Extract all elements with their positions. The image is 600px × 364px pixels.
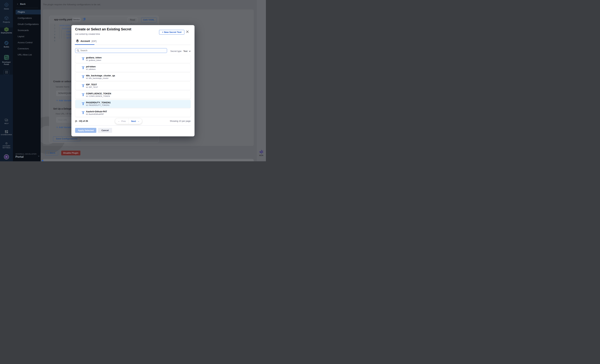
next-page-button[interactable]: Next →: [129, 120, 142, 122]
secret-row[interactable]: T IDP_TEST Id: IDP_TEST: [75, 82, 191, 90]
sidebar-item-layout[interactable]: Layout: [13, 34, 41, 39]
edit-yaml-button[interactable]: Edit YAML: [141, 17, 157, 23]
subnav-item-label: Plugins: [18, 11, 25, 13]
secret-name: Aashrit-Github-PAT: [86, 110, 107, 113]
sidebar-item-help[interactable]: ? HELP: [0, 119, 13, 124]
intro-text: The plugin requires the following config…: [43, 3, 101, 6]
prev-label: Prev: [121, 120, 126, 122]
aida-label: AIDA: [256, 154, 266, 156]
secret-type-value: Text: [183, 50, 188, 52]
pagination-range: (1 - 10) of 25: [75, 120, 88, 122]
aida-rail: AIDA: [256, 0, 266, 161]
sidebar-item-label: ACCOUNT: [0, 145, 13, 147]
sidebar-item-builds[interactable]: Builds: [0, 41, 13, 48]
chevron-down-icon: [189, 49, 191, 52]
sidebar-item-account-settings[interactable]: ⚙ ACCOUNT SETTINGS: [0, 142, 13, 149]
indent-guide: [61, 30, 62, 38]
text-secret-icon: T: [82, 65, 85, 70]
back-button-label: Back: [50, 152, 55, 154]
back-button[interactable]: ‹Back: [45, 151, 58, 155]
sidebar-item-oauth-configurations[interactable]: OAuth Configurations: [13, 22, 41, 27]
add-variable-link[interactable]: +Add Variable: [56, 99, 72, 102]
svg-text:?: ?: [6, 119, 6, 121]
chevron-left-icon: ‹: [17, 2, 18, 5]
modal-title: Create or Select an Existing Secret: [75, 27, 131, 31]
pagination-pill: ← Prev Next →: [115, 118, 142, 124]
search-input[interactable]: [80, 48, 165, 52]
module-switcher-button[interactable]: [0, 70, 13, 75]
back-nav-button[interactable]: ‹ Back: [17, 2, 26, 6]
collapse-sidebar-icon[interactable]: ◀: [38, 155, 39, 157]
code-line: - name:: [64, 30, 72, 33]
subnav-item-label: Configurations: [18, 17, 32, 19]
yaml-filename: app-config.yaml: [54, 18, 72, 21]
cancel-button[interactable]: Cancel: [98, 128, 112, 133]
cube-icon: [4, 16, 9, 21]
search-icon: [77, 49, 79, 53]
add-variable-link[interactable]: +Add Variable: [56, 126, 72, 129]
apply-selected-button[interactable]: Apply Selected: [75, 128, 96, 133]
arrow-right-icon: →: [137, 120, 139, 122]
secret-row[interactable]: T CONFLUENCE_TOKEN Id: CONFLUENCE_TOKEN: [75, 91, 191, 99]
sidebar-item-home[interactable]: Home: [0, 2, 13, 10]
clipped-blue-element: [42, 160, 43, 161]
sidebar-item-label: Builds: [0, 46, 13, 48]
disable-plugin-button[interactable]: Disable Plugin: [61, 151, 80, 155]
read-only-toggle[interactable]: Read Only: [128, 18, 137, 22]
line-number-current: 5: [50, 37, 55, 39]
secret-row[interactable]: T grafana_token Id: grafana_token: [75, 55, 191, 63]
subnav-item-label: Access Control: [18, 41, 32, 44]
close-icon[interactable]: [186, 30, 189, 34]
sidebar-item-configurations[interactable]: Configurations: [13, 16, 41, 20]
avatar-initials: IA: [6, 156, 7, 158]
sidebar-item-deployments[interactable]: ∞ Deployments: [0, 27, 13, 34]
secret-row[interactable]: T pd-token Id: pdtoken: [75, 64, 191, 72]
sidebar-item-label: HELP: [0, 123, 13, 124]
secret-id: Id: k8s_backstage_cluster: [86, 77, 109, 79]
variable-name-label: Variable Name: [56, 86, 70, 88]
secret-id: Id: PAGERDUTY_TOKEN1: [86, 104, 110, 106]
help-chat-icon: ?: [5, 119, 8, 123]
sidebar-item-plugins[interactable]: Plugins: [16, 10, 41, 14]
dashboards-icon: [5, 130, 8, 134]
subnav-item-label: OAuth Configurations: [18, 23, 39, 25]
tab-account-idp[interactable]: Account [IDP]: [76, 39, 96, 43]
left-nav-rail: Home Projects ∞ Deployments: [0, 0, 13, 161]
copy-icon[interactable]: [83, 18, 86, 21]
avatar[interactable]: IA: [4, 154, 9, 159]
sidebar-item-developer-portal[interactable]: Developer Portal: [0, 55, 13, 65]
aida-icon[interactable]: [259, 149, 264, 155]
sidebar-item-connectors[interactable]: Connectors: [13, 46, 41, 51]
back-nav-label: Back: [20, 3, 25, 5]
sidebar-item-label: Deployments: [0, 32, 13, 34]
secret-select-modal: Create or Select an Existing Secret List…: [71, 25, 195, 136]
prev-page-button[interactable]: ← Prev: [115, 120, 129, 122]
left-nav-section-modules: [0, 28, 13, 75]
builds-icon: [4, 41, 9, 46]
secret-name: IDP_TEST: [86, 83, 97, 86]
secret-row[interactable]: T k8s_backstage_cluster_qa Id: k8s_backs…: [75, 73, 191, 81]
secret-row[interactable]: T Aashrit-Github-PAT Id: AashritGithubPA…: [75, 109, 191, 117]
sidebar-item-label: DASHBOARDS: [0, 134, 13, 136]
sidebar-item-label: Projects: [0, 21, 13, 23]
plus-icon: +: [56, 126, 58, 129]
subnav-item-label: Connectors: [18, 47, 29, 50]
save-configurations-button[interactable]: Save Configurations: [53, 136, 80, 141]
new-secret-text-button[interactable]: + New Secret Text: [159, 30, 184, 35]
sidebar-item-url-allow-list[interactable]: URL Allow List: [13, 52, 41, 57]
next-label: Next: [131, 120, 136, 122]
secret-type-dropdown[interactable]: Secret type Text: [166, 49, 191, 53]
sidebar-item-dashboards[interactable]: DASHBOARDS: [0, 130, 13, 136]
active-tab-underline: [75, 44, 94, 45]
text-secret-icon: T: [82, 83, 85, 88]
sidebar-item-label: Home: [0, 8, 13, 10]
line-number: 6: [50, 39, 55, 42]
chevron-left-icon: ‹: [48, 152, 49, 154]
infinity-hexagon-icon: ∞: [4, 27, 9, 32]
sidebar-item-scorecards[interactable]: Scorecards: [13, 28, 41, 33]
code-line: sonarqube:: [59, 24, 71, 27]
text-secret-icon: T: [82, 92, 85, 97]
sidebar-item-projects[interactable]: Projects: [0, 16, 13, 23]
sidebar-item-access-control[interactable]: Access Control: [13, 40, 41, 45]
secret-row-selected[interactable]: T PAGERDUTY_TOKEN1 Id: PAGERDUTY_TOKEN1: [75, 100, 191, 108]
